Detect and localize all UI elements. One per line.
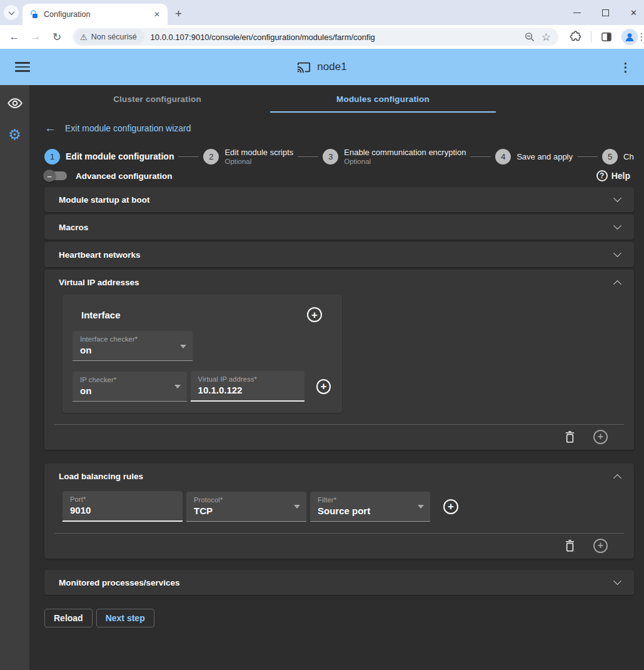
node-name: node1: [317, 61, 346, 73]
section-macros[interactable]: Macros: [44, 215, 634, 240]
chevron-down-icon: [613, 577, 621, 585]
url-text[interactable]: 10.0.0.107:9010/console/en/configuration…: [151, 33, 524, 42]
section-load-balancing-header[interactable]: Load balancing rules: [44, 464, 634, 489]
tab-close-icon[interactable]: ✕: [151, 9, 163, 20]
tab-cluster-configuration[interactable]: Cluster configuration: [44, 85, 270, 113]
step-1[interactable]: 1 Edit module configuration: [44, 149, 174, 165]
side-panel-icon[interactable]: [600, 31, 613, 43]
cast-icon: [297, 60, 311, 74]
add-virtual-ip-button[interactable]: +: [316, 379, 331, 394]
window-close-button[interactable]: ✕: [630, 8, 641, 18]
add-rule-button[interactable]: +: [443, 499, 458, 514]
section-virtual-ip-header[interactable]: Virtual IP addresses: [44, 270, 634, 295]
section-heartbeat-networks[interactable]: Heartbeart networks: [44, 242, 634, 267]
chevron-down-icon: [613, 221, 621, 230]
browser-tab[interactable]: Configuration ✕: [23, 4, 168, 25]
app-header: node1 ⋮: [0, 49, 644, 85]
interface-group-label: Interface: [81, 310, 307, 320]
browser-menu-kebab-icon[interactable]: ⋮: [636, 31, 644, 43]
section-monitored-processes[interactable]: Monitored processes/services: [44, 570, 634, 595]
zoom-out-icon[interactable]: [524, 31, 535, 43]
section-virtual-ip-addresses: Virtual IP addresses Interface + Interfa…: [44, 270, 634, 450]
tab-search-button[interactable]: [4, 5, 19, 20]
step-connector: [298, 156, 318, 157]
advanced-configuration-label: Advanced configuration: [76, 171, 173, 181]
window-controls: ✕: [573, 0, 644, 25]
chevron-up-icon: [613, 474, 621, 482]
virtual-ip-address-input[interactable]: Virtual IP address* 10.1.0.122: [191, 371, 305, 402]
step-2[interactable]: 2 Edit module scripts Optional: [203, 148, 293, 165]
address-bar[interactable]: ⚠ Non sécurisé 10.0.0.107:9010/console/e…: [73, 28, 558, 46]
help-button[interactable]: ? Help: [596, 170, 630, 181]
next-step-button[interactable]: Next step: [96, 609, 154, 627]
add-rule-row-button[interactable]: +: [593, 539, 608, 553]
window-minimize-button[interactable]: [573, 13, 581, 13]
step-3[interactable]: 3 Enable communication encryption Option…: [323, 148, 466, 165]
left-sidebar: ⚙: [0, 85, 29, 670]
chevron-down-icon: [613, 194, 621, 202]
window-maximize-button[interactable]: [602, 9, 609, 16]
configuration-tabs: Cluster configuration Modules configurat…: [29, 85, 644, 113]
port-input[interactable]: Port* 9010: [63, 491, 183, 522]
content-area: Cluster configuration Modules configurat…: [29, 85, 644, 670]
tab-modules-configuration[interactable]: Modules configuration: [270, 85, 496, 113]
back-arrow-icon: ←: [44, 121, 56, 135]
menu-hamburger-icon[interactable]: [15, 62, 30, 72]
back-button[interactable]: ←: [5, 28, 24, 46]
step-connector: [178, 156, 199, 157]
app-title: node1: [0, 60, 644, 74]
tab-title: Configuration: [44, 10, 146, 19]
advanced-configuration-toggle[interactable]: –: [44, 171, 67, 180]
interface-group-card: Interface + Interface checker* on IP che…: [63, 295, 342, 413]
configuration-gear-icon[interactable]: ⚙: [6, 125, 24, 144]
protocol-select[interactable]: Protocol* TCP: [186, 492, 306, 522]
dropdown-arrow-icon: [418, 505, 424, 509]
monitoring-eye-icon[interactable]: [6, 94, 24, 113]
security-chip[interactable]: ⚠ Non sécurisé: [75, 29, 144, 44]
ip-checker-select[interactable]: IP checker* on: [73, 372, 187, 402]
section-load-balancing: Load balancing rules Port* 9010 Protocol…: [44, 464, 634, 559]
warning-icon: ⚠: [80, 33, 88, 42]
browser-tab-strip: Configuration ✕ + ✕: [0, 0, 644, 25]
step-connector: [470, 156, 491, 157]
dropdown-arrow-icon: [174, 385, 181, 388]
step-connector: [577, 156, 598, 157]
reload-button-app[interactable]: Reload: [44, 609, 93, 627]
interface-checker-select[interactable]: Interface checker* on: [73, 331, 193, 361]
dropdown-arrow-icon: [294, 505, 300, 509]
header-kebab-icon[interactable]: ⋮: [617, 60, 634, 74]
filter-select[interactable]: Filter* Source port: [310, 492, 430, 522]
step-5[interactable]: 5 Check result: [602, 149, 634, 165]
exit-wizard-link[interactable]: ← Exit module configuration wizard: [44, 121, 191, 135]
bookmark-star-icon[interactable]: ☆: [541, 31, 551, 44]
help-icon: ?: [596, 170, 608, 181]
add-interface-button[interactable]: +: [307, 307, 322, 322]
delete-virtual-ip-button[interactable]: [563, 430, 576, 444]
chevron-up-icon: [613, 280, 621, 288]
favicon-lock-icon: [29, 9, 39, 19]
extensions-icon[interactable]: [570, 31, 582, 43]
chevron-down-icon: [613, 249, 621, 257]
browser-toolbar: ← → ↻ ⚠ Non sécurisé 10.0.0.107:9010/con…: [0, 25, 644, 49]
dropdown-arrow-icon: [180, 345, 186, 348]
step-4[interactable]: 4 Save and apply: [495, 149, 573, 165]
reload-button[interactable]: ↻: [48, 28, 66, 46]
toolbar-divider: [591, 31, 591, 43]
delete-rule-button[interactable]: [563, 539, 576, 553]
chevron-down-icon: [8, 9, 14, 15]
add-virtual-ip-row-button[interactable]: +: [593, 430, 608, 444]
minus-icon: –: [47, 172, 51, 180]
security-label: Non sécurisé: [91, 33, 137, 41]
forward-button: →: [26, 28, 45, 46]
profile-avatar[interactable]: [621, 29, 638, 45]
wizard-stepper: 1 Edit module configuration 2 Edit modul…: [44, 148, 634, 165]
new-tab-button[interactable]: +: [175, 8, 182, 19]
section-module-startup[interactable]: Module startup at boot: [44, 187, 634, 212]
